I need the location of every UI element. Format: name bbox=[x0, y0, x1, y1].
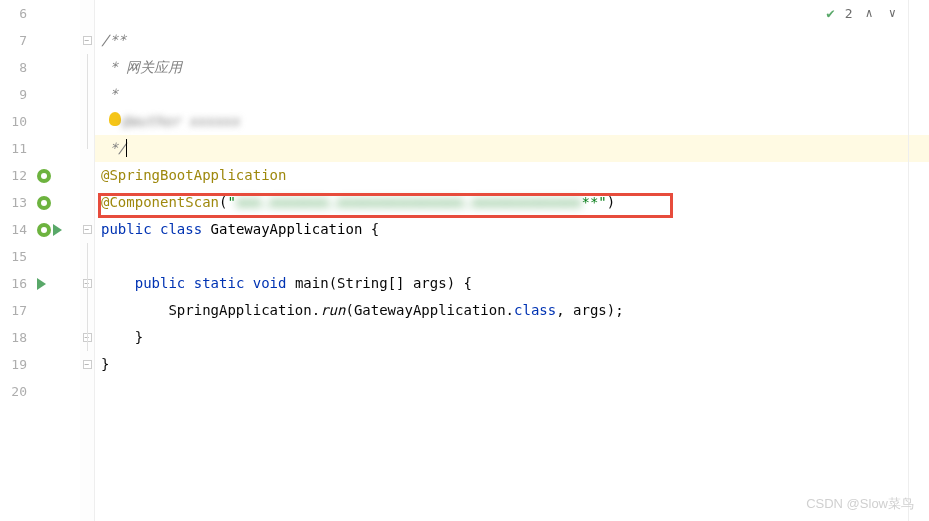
watermark: CSDN @Slow菜鸟 bbox=[806, 495, 914, 513]
args: (GatewayApplication. bbox=[345, 302, 514, 318]
spring-bean-icon[interactable] bbox=[37, 196, 51, 210]
annotation: @ComponentScan bbox=[101, 194, 219, 210]
blurred-package: xxx.xxxxxxx.xxxxxxxxxxxxxxx.xxxxxxxxxxxx… bbox=[236, 189, 582, 216]
doc-comment: /** bbox=[101, 32, 126, 48]
method-call: SpringApplication. bbox=[168, 302, 320, 318]
doc-comment-text: 网关应用 bbox=[126, 59, 182, 75]
text-caret bbox=[126, 139, 127, 157]
indent bbox=[101, 275, 135, 291]
keyword: public bbox=[101, 221, 160, 237]
right-margin-line bbox=[908, 0, 909, 521]
line-number: 16 bbox=[0, 270, 27, 297]
code-content[interactable]: /** * 网关应用 * @author xxxxxx */ @SpringBo… bbox=[95, 0, 929, 521]
line-number: 20 bbox=[0, 378, 27, 405]
blurred-author: @author xxxxxx bbox=[121, 113, 239, 129]
problem-count[interactable]: 2 bbox=[845, 6, 853, 21]
keyword: static bbox=[194, 275, 253, 291]
line-number: 15 bbox=[0, 243, 27, 270]
fold-toggle[interactable]: − bbox=[83, 36, 92, 45]
brace: { bbox=[371, 221, 379, 237]
spring-bean-icon[interactable] bbox=[37, 169, 51, 183]
params: (String[] args) { bbox=[329, 275, 472, 291]
line-number: 14 bbox=[0, 216, 27, 243]
annotation: @SpringBootApplication bbox=[101, 167, 286, 183]
check-icon[interactable]: ✔ bbox=[826, 5, 834, 21]
line-number: 19 bbox=[0, 351, 27, 378]
string-quote: " bbox=[227, 194, 235, 210]
chevron-up-icon[interactable]: ∧ bbox=[863, 6, 876, 20]
keyword: class bbox=[514, 302, 556, 318]
keyword: void bbox=[253, 275, 295, 291]
fold-column: − − − − − bbox=[80, 0, 95, 521]
gutter-icon-column bbox=[35, 0, 80, 521]
line-number: 9 bbox=[0, 81, 27, 108]
doc-comment-end: */ bbox=[101, 140, 126, 156]
indent bbox=[101, 302, 168, 318]
line-number-gutter: 6 7 8 9 10 11 12 13 14 15 16 17 18 19 20 bbox=[0, 0, 35, 521]
args: , args); bbox=[556, 302, 623, 318]
class-name: GatewayApplication bbox=[211, 221, 371, 237]
doc-comment: * bbox=[101, 86, 118, 102]
line-number: 11 bbox=[0, 135, 27, 162]
line-number: 7 bbox=[0, 27, 27, 54]
fold-toggle[interactable]: − bbox=[83, 360, 92, 369]
chevron-down-icon[interactable]: ∨ bbox=[886, 6, 899, 20]
string-end: **" bbox=[581, 194, 606, 210]
brace: } bbox=[101, 356, 109, 372]
run-icon[interactable] bbox=[37, 278, 46, 290]
doc-comment bbox=[101, 113, 109, 129]
keyword: class bbox=[160, 221, 211, 237]
code-editor: 6 7 8 9 10 11 12 13 14 15 16 17 18 19 20… bbox=[0, 0, 929, 521]
line-number: 8 bbox=[0, 54, 27, 81]
line-number: 17 bbox=[0, 297, 27, 324]
static-method: run bbox=[320, 302, 345, 318]
run-icon[interactable] bbox=[53, 224, 62, 236]
line-number: 18 bbox=[0, 324, 27, 351]
doc-comment: * bbox=[101, 59, 126, 75]
spring-bean-icon[interactable] bbox=[37, 223, 51, 237]
line-number: 10 bbox=[0, 108, 27, 135]
paren: ) bbox=[607, 194, 615, 210]
inspection-status: ✔ 2 ∧ ∨ bbox=[826, 5, 899, 21]
line-number: 12 bbox=[0, 162, 27, 189]
fold-toggle[interactable]: − bbox=[83, 225, 92, 234]
method-name: main bbox=[295, 275, 329, 291]
line-number: 13 bbox=[0, 189, 27, 216]
keyword: public bbox=[135, 275, 194, 291]
intention-bulb-icon[interactable] bbox=[109, 112, 121, 126]
brace: } bbox=[101, 329, 143, 345]
line-number: 6 bbox=[0, 0, 27, 27]
